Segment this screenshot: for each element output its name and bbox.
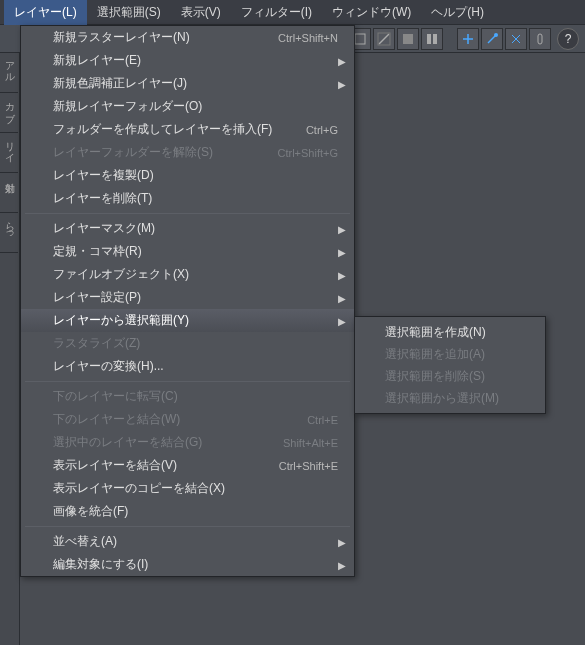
menu-item-13[interactable]: レイヤーから選択範囲(Y)▶ [21, 309, 354, 332]
svg-point-5 [494, 33, 498, 37]
menu-item-19: 選択中のレイヤーを結合(G)Shift+Alt+E [21, 431, 354, 454]
menu-item-label: 新規色調補正レイヤー(J) [53, 75, 338, 92]
snap-icon-4[interactable] [529, 28, 551, 50]
menu-item-shortcut: Ctrl+Shift+N [278, 32, 338, 44]
menu-item-label: レイヤーマスク(M) [53, 220, 338, 237]
menubar-item-1[interactable]: 選択範囲(S) [87, 0, 171, 25]
menu-item-label: 編集対象にする(I) [53, 556, 338, 573]
menu-separator [25, 213, 350, 214]
snap-icon-1[interactable] [457, 28, 479, 50]
menu-item-3[interactable]: 新規レイヤーフォルダー(O) [21, 95, 354, 118]
menu-item-1[interactable]: 新規レイヤー(E)▶ [21, 49, 354, 72]
menu-item-label: 選択中のレイヤーを結合(G) [53, 434, 283, 451]
menu-item-14: ラスタライズ(Z) [21, 332, 354, 355]
submenu-arrow-icon: ▶ [338, 269, 346, 280]
tool-icon-2[interactable] [373, 28, 395, 50]
menu-item-label: ファイルオブジェクト(X) [53, 266, 338, 283]
menubar-item-2[interactable]: 表示(V) [171, 0, 231, 25]
menu-item-17: 下のレイヤーに転写(C) [21, 385, 354, 408]
sidebar-tab-0[interactable]: アル [0, 53, 18, 93]
menu-item-7[interactable]: レイヤーを削除(T) [21, 187, 354, 210]
menu-item-20[interactable]: 表示レイヤーを結合(V)Ctrl+Shift+E [21, 454, 354, 477]
menu-item-label: 新規レイヤーフォルダー(O) [53, 98, 338, 115]
menu-item-label: 表示レイヤーのコピーを結合(X) [53, 480, 338, 497]
submenu-arrow-icon: ▶ [338, 292, 346, 303]
menu-item-label: 表示レイヤーを結合(V) [53, 457, 279, 474]
menu-separator [25, 381, 350, 382]
menu-item-shortcut: Ctrl+E [307, 414, 338, 426]
menubar-item-3[interactable]: フィルター(I) [231, 0, 322, 25]
menu-item-label: レイヤー設定(P) [53, 289, 338, 306]
menu-item-label: 新規ラスターレイヤー(N) [53, 29, 278, 46]
submenu-arrow-icon: ▶ [338, 246, 346, 257]
menubar: レイヤー(L)選択範囲(S)表示(V)フィルター(I)ウィンドウ(W)ヘルプ(H… [0, 0, 585, 25]
tool-icon-3[interactable] [397, 28, 419, 50]
menu-item-label: レイヤーフォルダーを解除(S) [53, 144, 277, 161]
menu-item-label: レイヤーを削除(T) [53, 190, 338, 207]
menu-item-5: レイヤーフォルダーを解除(S)Ctrl+Shift+G [21, 141, 354, 164]
help-icon[interactable]: ? [557, 28, 579, 50]
svg-rect-0 [355, 34, 365, 44]
menu-item-25[interactable]: 編集対象にする(I)▶ [21, 553, 354, 576]
layer-selection-submenu: 選択範囲を作成(N)選択範囲を追加(A)選択範囲を削除(S)選択範囲から選択(M… [354, 316, 546, 414]
submenu-item-1: 選択範囲を追加(A) [355, 343, 545, 365]
menu-item-label: レイヤーを複製(D) [53, 167, 338, 184]
snap-icon-2[interactable] [481, 28, 503, 50]
tool-icon-4[interactable] [421, 28, 443, 50]
menu-item-15[interactable]: レイヤーの変換(H)... [21, 355, 354, 378]
sidebar-tab-4[interactable]: らっ [0, 213, 18, 253]
svg-rect-6 [538, 34, 542, 44]
menu-item-0[interactable]: 新規ラスターレイヤー(N)Ctrl+Shift+N [21, 26, 354, 49]
menu-item-shortcut: Shift+Alt+E [283, 437, 338, 449]
menu-item-label: ラスタライズ(Z) [53, 335, 338, 352]
menu-item-2[interactable]: 新規色調補正レイヤー(J)▶ [21, 72, 354, 95]
menu-item-shortcut: Ctrl+Shift+E [279, 460, 338, 472]
toolbar-right-group: ? [349, 28, 579, 50]
menu-item-9[interactable]: レイヤーマスク(M)▶ [21, 217, 354, 240]
menubar-item-5[interactable]: ヘルプ(H) [421, 0, 494, 25]
menu-item-label: 画像を統合(F) [53, 503, 338, 520]
left-panel: アルカブリイ効射らっ [0, 53, 20, 645]
menu-item-6[interactable]: レイヤーを複製(D) [21, 164, 354, 187]
menu-item-12[interactable]: レイヤー設定(P)▶ [21, 286, 354, 309]
menu-item-24[interactable]: 並べ替え(A)▶ [21, 530, 354, 553]
submenu-arrow-icon: ▶ [338, 223, 346, 234]
submenu-item-0[interactable]: 選択範囲を作成(N) [355, 321, 545, 343]
svg-rect-4 [433, 34, 437, 44]
layer-menu: 新規ラスターレイヤー(N)Ctrl+Shift+N新規レイヤー(E)▶新規色調補… [20, 25, 355, 577]
menu-item-18: 下のレイヤーと結合(W)Ctrl+E [21, 408, 354, 431]
submenu-arrow-icon: ▶ [338, 559, 346, 570]
menu-item-shortcut: Ctrl+G [306, 124, 338, 136]
submenu-arrow-icon: ▶ [338, 536, 346, 547]
submenu-item-label: 選択範囲を削除(S) [385, 368, 529, 385]
submenu-item-3: 選択範囲から選択(M) [355, 387, 545, 409]
submenu-item-label: 選択範囲を追加(A) [385, 346, 529, 363]
menu-item-11[interactable]: ファイルオブジェクト(X)▶ [21, 263, 354, 286]
snap-icon-3[interactable] [505, 28, 527, 50]
sidebar-tab-2[interactable]: リイ [0, 133, 18, 173]
submenu-arrow-icon: ▶ [338, 315, 346, 326]
menu-item-21[interactable]: 表示レイヤーのコピーを結合(X) [21, 477, 354, 500]
submenu-item-2: 選択範囲を削除(S) [355, 365, 545, 387]
submenu-item-label: 選択範囲を作成(N) [385, 324, 529, 341]
menu-item-label: フォルダーを作成してレイヤーを挿入(F) [53, 121, 306, 138]
submenu-arrow-icon: ▶ [338, 55, 346, 66]
menu-item-label: 下のレイヤーと結合(W) [53, 411, 307, 428]
submenu-arrow-icon: ▶ [338, 78, 346, 89]
sidebar-tab-1[interactable]: カブ [0, 93, 18, 133]
menu-item-label: 並べ替え(A) [53, 533, 338, 550]
menu-item-10[interactable]: 定規・コマ枠(R)▶ [21, 240, 354, 263]
menubar-item-4[interactable]: ウィンドウ(W) [322, 0, 421, 25]
menu-item-4[interactable]: フォルダーを作成してレイヤーを挿入(F)Ctrl+G [21, 118, 354, 141]
menu-item-22[interactable]: 画像を統合(F) [21, 500, 354, 523]
menu-separator [25, 526, 350, 527]
help-glyph: ? [565, 32, 572, 46]
menu-item-label: 新規レイヤー(E) [53, 52, 338, 69]
menu-item-label: 下のレイヤーに転写(C) [53, 388, 338, 405]
menubar-item-0[interactable]: レイヤー(L) [4, 0, 87, 25]
svg-rect-3 [427, 34, 431, 44]
sidebar-tab-3[interactable]: 効射 [0, 173, 18, 213]
menu-item-label: 定規・コマ枠(R) [53, 243, 338, 260]
submenu-item-label: 選択範囲から選択(M) [385, 390, 529, 407]
menu-item-label: レイヤーから選択範囲(Y) [53, 312, 338, 329]
